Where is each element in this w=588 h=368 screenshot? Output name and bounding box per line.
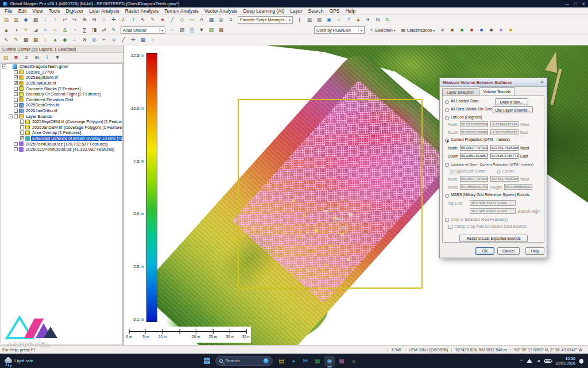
create-point-icon[interactable]: ●	[158, 16, 167, 24]
radio-visible-on-screen[interactable]	[445, 108, 449, 112]
layer-checkbox[interactable]	[14, 87, 18, 91]
combine-icon[interactable]: ∪	[109, 36, 118, 44]
menu-terrain-analysis[interactable]: Terrain Analysis	[161, 8, 202, 14]
taskbar-weather[interactable]: Light rain	[0, 358, 38, 363]
create-rectangle-icon[interactable]: ▭	[187, 16, 196, 24]
layer-checkbox[interactable]	[14, 109, 18, 113]
lidar-veg-classify-icon[interactable]: ▲	[51, 36, 60, 44]
menu-search[interactable]: Search	[305, 8, 327, 14]
menu-file[interactable]: File	[2, 8, 16, 14]
ok-button[interactable]: OK	[475, 247, 494, 255]
projection-icon[interactable]: ◉	[324, 16, 334, 24]
expander-icon[interactable]	[9, 98, 13, 102]
lidar-toggle-icon[interactable]: ∴	[168, 26, 177, 34]
battery-icon[interactable]	[544, 359, 551, 363]
overlay-control-icon[interactable]: ≡	[226, 16, 235, 24]
color-by-combo[interactable]: Color by RGB/Elev ▾	[314, 26, 365, 34]
layer-checkbox[interactable]	[14, 103, 18, 107]
cc-close-layer-icon[interactable]: ✖	[11, 53, 21, 62]
checkbox-clamp-crop[interactable]	[448, 225, 452, 229]
path-profile-icon[interactable]: ∆	[60, 26, 69, 34]
class-unclassified-icon[interactable]: ■	[438, 26, 447, 34]
expander-icon[interactable]	[9, 103, 13, 107]
lidar-select-icon[interactable]: ↖	[2, 36, 11, 44]
expander-icon[interactable]	[9, 92, 13, 96]
checkbox-crop-selected[interactable]	[445, 218, 449, 222]
menu-vector-analysis[interactable]: Vector Analysis	[202, 8, 241, 14]
pixels-to-points-icon[interactable]: ∴	[70, 36, 79, 44]
class-building-icon[interactable]: ■	[467, 26, 476, 34]
save-workspace-icon[interactable]: ◆	[21, 16, 30, 24]
split-icon[interactable]: ╱	[119, 36, 128, 44]
layer-row[interactable]: Layer Bounds	[1, 113, 122, 119]
cc-open-icon[interactable]: ▤	[1, 53, 10, 62]
expander-icon[interactable]	[15, 120, 19, 124]
class-noise-icon[interactable]: ■	[496, 26, 505, 34]
maximize-icon[interactable]: □	[574, 2, 577, 6]
layer-row[interactable]: 2026JanDEM.tif	[1, 80, 122, 86]
grid-create-icon[interactable]: ▦	[138, 36, 148, 44]
lidar-building-classify-icon[interactable]: ⌂	[41, 36, 50, 44]
digitizer-icon[interactable]: ✎	[148, 16, 157, 24]
spatial-ops-icon[interactable]: ⊗	[80, 36, 89, 44]
zoom-out-icon[interactable]: ⊖	[90, 16, 99, 24]
class-ground-icon[interactable]: ■	[447, 26, 457, 34]
expander-icon[interactable]	[9, 81, 13, 85]
loc-west-field[interactable]: 527461.7826258	[490, 176, 519, 182]
layer-row[interactable]: Leisure_27700	[1, 70, 122, 75]
volume-icon[interactable]: ◄	[536, 359, 540, 363]
lidar-ground-classify-icon[interactable]: ▦	[31, 36, 40, 44]
cc-filter-icon[interactable]: ▼	[53, 53, 62, 62]
class-road-icon[interactable]: ■	[486, 26, 496, 34]
proj-east-field[interactable]: 527515.9785773	[490, 153, 519, 159]
layer-checkbox[interactable]	[14, 75, 18, 79]
class-powerline-icon[interactable]: ■	[506, 26, 515, 34]
create-text-icon[interactable]: A	[197, 16, 206, 24]
show-hide-elevation-icon[interactable]: ▲	[2, 26, 11, 34]
layer-checkbox[interactable]	[14, 147, 18, 151]
expander-icon[interactable]	[9, 142, 13, 146]
latlon-east-field[interactable]: -2.61072076852	[490, 129, 519, 135]
radio-latlon[interactable]	[445, 116, 449, 120]
loc-north-field[interactable]: 5610917.737915	[460, 176, 488, 182]
loc-width-field[interactable]: 54.19595151732	[460, 184, 488, 190]
fly-through-icon[interactable]: ✈	[363, 16, 373, 24]
proj-north-field[interactable]: 5610917.737915	[460, 145, 488, 151]
layer-row[interactable]: 2025PointCloud.laz [120,792,527 Features…	[1, 141, 122, 147]
options-icon[interactable]: ☼	[148, 36, 157, 44]
layer-row[interactable]: ChesilDragonsTeeth.gmw	[1, 64, 122, 70]
layer-checkbox[interactable]	[14, 81, 18, 85]
tab-layer-selection[interactable]: Layer Selection	[442, 88, 478, 95]
taskbar-excel-icon[interactable]: ▦	[312, 356, 323, 366]
layer-row[interactable]: Concrete Blocks [7 Features]	[1, 86, 122, 91]
menu-help[interactable]: Help	[342, 8, 358, 14]
menu-lidar-analysis[interactable]: Lidar Analysis	[86, 8, 122, 14]
lidar-reclassify-icon[interactable]: ▩	[21, 36, 30, 44]
compare-surfaces-icon[interactable]: ⇄	[99, 26, 109, 34]
layer-row[interactable]: Combined Elevation Grid	[1, 97, 122, 103]
loc-height-field[interactable]: 56.218058002018	[504, 184, 532, 190]
select-tool-icon[interactable]: ↖	[138, 16, 148, 24]
expander-icon[interactable]	[15, 136, 19, 140]
lidar-classify-icon[interactable]: ▩	[216, 26, 226, 34]
layer-row[interactable]: 2026JanOrtho.tif	[1, 108, 122, 114]
radio-upper-left[interactable]	[450, 170, 454, 174]
feature-info-icon[interactable]: i	[129, 16, 138, 24]
cc-zoom-to-icon[interactable]: ⊕	[32, 53, 41, 62]
slope-shading-icon[interactable]: ◢	[31, 26, 40, 34]
volume-bounds-selection-box[interactable]	[238, 99, 423, 289]
hill-shading-icon[interactable]: ☀	[21, 26, 30, 34]
latlon-south-field[interactable]: 50.65265189492	[460, 129, 488, 135]
proj-south-field[interactable]: 5610851.519857	[460, 153, 488, 159]
layer-checkbox[interactable]	[14, 98, 18, 102]
layer-checkbox[interactable]	[20, 125, 24, 129]
expander-icon[interactable]	[9, 109, 13, 113]
layer-checkbox[interactable]	[20, 136, 24, 140]
cc-options-icon[interactable]: ≡	[22, 53, 31, 62]
north-up-icon[interactable]: N	[373, 16, 382, 24]
map-grid-icon[interactable]: ▦	[315, 16, 324, 24]
undo-icon[interactable]: ↩	[60, 16, 69, 24]
help-icon[interactable]: ?	[344, 16, 353, 24]
layer-row[interactable]: 2025SeptOrtho.tif	[1, 102, 122, 108]
proj-west-field[interactable]: 527461.7826258	[490, 145, 519, 151]
